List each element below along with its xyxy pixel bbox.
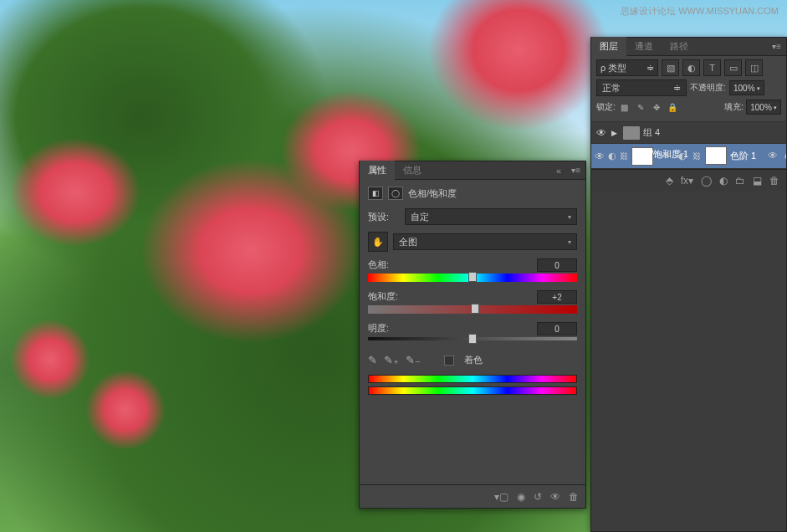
- layer-group[interactable]: 👁 ▶ 组 4: [591, 122, 786, 144]
- adjustment-type-icon: ◧: [368, 187, 383, 200]
- new-group-icon[interactable]: 🗀: [735, 175, 745, 187]
- new-layer-icon[interactable]: ⬓: [753, 175, 762, 187]
- panel-menu-icon[interactable]: ▾≡: [566, 166, 585, 175]
- expand-arrow-icon[interactable]: ▶: [611, 129, 620, 137]
- clip-to-layer-icon[interactable]: ▾▢: [494, 491, 508, 503]
- channel-dropdown[interactable]: 全图▾: [393, 233, 577, 250]
- mask-thumbnail[interactable]: 色相/饱和度 1: [631, 147, 653, 166]
- eyedropper-icon[interactable]: ✎: [368, 354, 377, 366]
- targeted-adjustment-icon[interactable]: ✋: [368, 232, 388, 252]
- layer-style-icon[interactable]: fx▾: [681, 175, 693, 187]
- hue-range-bar-top: [368, 375, 577, 383]
- mask-thumbnail[interactable]: [705, 146, 727, 165]
- panel-collapse-icon[interactable]: «: [551, 166, 566, 176]
- filter-smart-icon[interactable]: ◫: [745, 59, 763, 76]
- folder-icon: [623, 126, 640, 140]
- hue-value-input[interactable]: 0: [537, 258, 577, 272]
- view-previous-icon[interactable]: ◉: [517, 491, 525, 503]
- layer-hue-saturation[interactable]: 👁 ◐ ⛓ 色相/饱和度 1 👁 ◐ ⛓ 色阶 1 👁 ◐ ⛓ 亮度/对比度 1…: [591, 144, 786, 169]
- layer-brightness-contrast[interactable]: 👁 ◐ ⛓ 亮度/对比度 1: [763, 144, 786, 169]
- lightness-label: 明度:: [368, 322, 389, 335]
- chevron-down-icon: ▾: [568, 238, 571, 246]
- tab-info[interactable]: 信息: [395, 161, 430, 180]
- delete-adjustment-icon[interactable]: 🗑: [569, 491, 579, 503]
- blend-mode-dropdown[interactable]: 正常≑: [596, 79, 687, 96]
- lock-label: 锁定:: [596, 101, 616, 113]
- watermark-top: 思缘设计论坛 WWW.MISSYUAN.COM: [621, 5, 779, 18]
- lock-position-icon[interactable]: ✥: [650, 100, 663, 114]
- lock-all-icon[interactable]: 🔒: [666, 100, 679, 114]
- adjustment-title: 色相/饱和度: [408, 187, 457, 200]
- properties-tab-bar: 属性 信息 « ▾≡: [360, 161, 585, 180]
- layers-tab-bar: 图层 通道 路径 ▾≡: [591, 38, 786, 56]
- adjustment-icon: ◐: [783, 151, 786, 161]
- filter-type-icon[interactable]: T: [703, 59, 721, 76]
- add-mask-icon[interactable]: ◯: [701, 175, 712, 187]
- lock-pixels-icon[interactable]: ✎: [634, 100, 647, 114]
- new-adjustment-icon[interactable]: ◐: [719, 175, 728, 187]
- link-layers-icon[interactable]: ⬘: [666, 175, 673, 187]
- hue-range-bar-bottom: [368, 386, 577, 395]
- adjustment-icon: ◐: [608, 151, 616, 161]
- link-icon[interactable]: ⛓: [620, 151, 628, 161]
- mask-icon[interactable]: ◯: [388, 187, 403, 200]
- colorize-checkbox[interactable]: [444, 356, 454, 366]
- tab-layers[interactable]: 图层: [591, 37, 626, 56]
- chevron-down-icon: ▾: [568, 213, 571, 221]
- filter-pixel-icon[interactable]: ▧: [662, 59, 679, 76]
- filter-adjustment-icon[interactable]: ◐: [682, 59, 700, 76]
- visibility-icon[interactable]: 👁: [595, 127, 608, 139]
- colorize-label: 着色: [464, 354, 483, 366]
- link-icon[interactable]: ⛓: [692, 151, 702, 161]
- opacity-value[interactable]: 100%▾: [729, 80, 764, 95]
- visibility-icon[interactable]: 👁: [595, 151, 605, 162]
- visibility-icon[interactable]: 👁: [660, 150, 673, 161]
- toggle-visibility-icon[interactable]: 👁: [550, 491, 560, 503]
- tab-properties[interactable]: 属性: [360, 161, 395, 180]
- visibility-icon[interactable]: 👁: [766, 150, 779, 161]
- tab-paths[interactable]: 路径: [662, 37, 697, 56]
- saturation-slider[interactable]: [368, 305, 577, 314]
- eyedropper-subtract-icon[interactable]: ✎₋: [406, 354, 421, 366]
- fill-value[interactable]: 100%▾: [746, 100, 781, 115]
- delete-layer-icon[interactable]: 🗑: [769, 175, 779, 187]
- adjustment-icon: ◐: [677, 151, 688, 161]
- preset-dropdown[interactable]: 自定▾: [405, 208, 577, 225]
- layer-filter-dropdown[interactable]: ρ 类型≑: [596, 59, 658, 76]
- eyedropper-add-icon[interactable]: ✎₊: [384, 354, 399, 366]
- filter-shape-icon[interactable]: ▭: [724, 59, 742, 76]
- tab-channels[interactable]: 通道: [626, 37, 662, 56]
- opacity-label: 不透明度:: [690, 82, 726, 94]
- hue-label: 色相:: [368, 258, 389, 272]
- panel-menu-icon[interactable]: ▾≡: [767, 42, 786, 51]
- saturation-label: 饱和度:: [368, 290, 398, 304]
- preset-label: 预设:: [368, 211, 400, 223]
- lock-transparent-icon[interactable]: ▩: [618, 100, 631, 114]
- lightness-value-input[interactable]: 0: [537, 322, 577, 335]
- layers-panel: 图层 通道 路径 ▾≡ ρ 类型≑ ▧ ◐ T ▭ ◫ 正常≑ 不透明度: 10…: [590, 37, 787, 532]
- layer-levels[interactable]: 👁 ◐ ⛓ 色阶 1: [657, 144, 759, 169]
- saturation-value-input[interactable]: +2: [537, 290, 577, 304]
- properties-panel: 属性 信息 « ▾≡ ◧ ◯ 色相/饱和度 预设: 自定▾ ✋ 全图▾ 色相: …: [359, 161, 586, 509]
- hue-slider[interactable]: [368, 274, 577, 282]
- fill-label: 填充:: [724, 101, 744, 113]
- reset-icon[interactable]: ↺: [534, 491, 542, 503]
- lightness-slider[interactable]: [368, 337, 577, 345]
- layer-list: 👁 ▶ 组 4 👁 ◐ ⛓ 色相/饱和度 1 👁 ◐ ⛓ 色阶 1 👁 ◐ ⛓ …: [591, 122, 786, 531]
